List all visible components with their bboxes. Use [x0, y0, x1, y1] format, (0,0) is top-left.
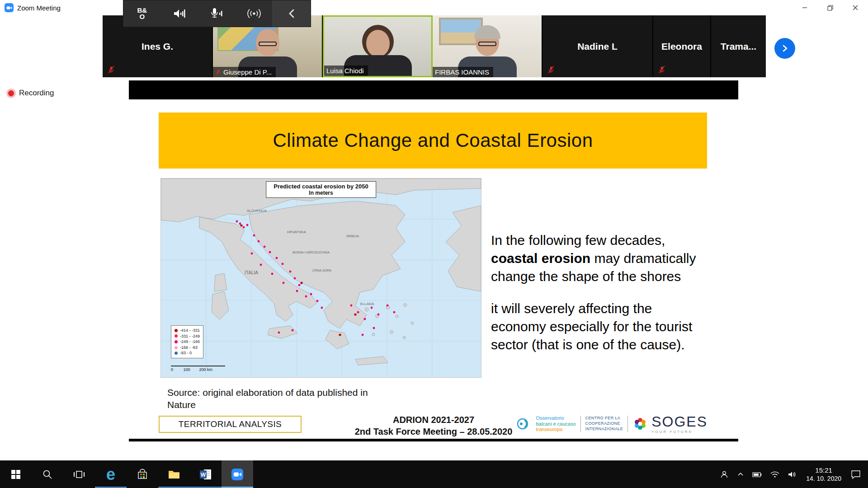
taskbar-zoom-icon[interactable]	[222, 460, 253, 488]
taskbar-word-icon[interactable]: W	[190, 460, 222, 488]
windows-taskbar: e W	[0, 460, 868, 488]
minimize-button[interactable]	[792, 0, 817, 15]
participant-tile-trama[interactable]: Trama...	[711, 15, 766, 77]
legend-swatch	[175, 340, 178, 343]
map-legend: -414 - -331 -331 - -249 -249 - -166 -166…	[171, 325, 203, 358]
recording-indicator: Recording	[8, 89, 54, 98]
recording-label: Recording	[19, 89, 54, 98]
participant-name-label: FIRBAS IOANNIS	[433, 67, 493, 77]
tray-battery-icon[interactable]	[748, 460, 766, 488]
legend-label: -414 - -331	[180, 328, 200, 333]
legend-label: -331 - -249	[180, 333, 200, 339]
start-button[interactable]	[0, 460, 32, 488]
cci-line1: CENTRO PER LA	[585, 416, 623, 421]
slide-title-banner: Climate Change and Coastal Erosion	[159, 113, 707, 169]
map-title-box: Predicted coastal erosion by 2050 In met…	[266, 181, 376, 198]
audio-osd-toolbar: B&O	[123, 0, 311, 27]
soges-logo: SOGES YOUR FUTURE	[632, 414, 708, 434]
map-label-hrvatska: HRVATSKA	[287, 230, 306, 234]
participant-tile-eleonora[interactable]: Eleonora	[653, 15, 711, 77]
task-view-button[interactable]	[63, 460, 95, 488]
search-button[interactable]	[32, 460, 63, 488]
map-label-srbija: SRBIJA	[346, 234, 359, 238]
participant-tile-nadine[interactable]: Nadine L	[542, 15, 653, 77]
source-line1: Source: original elaboration of data pub…	[167, 387, 368, 399]
soges-wordmark-wrap: SOGES YOUR FUTURE	[651, 414, 708, 434]
legend-row: -166 - -83	[175, 345, 200, 351]
slide-title: Climate Change and Coastal Erosion	[273, 130, 593, 151]
taskbar-file-explorer-icon[interactable]	[158, 460, 190, 488]
map-label-slovenija: SLOVENIJA	[247, 209, 267, 213]
scale-line	[171, 366, 225, 366]
event-line2: 2nd Task Force Meeting – 28.05.2020	[355, 426, 513, 437]
map-label-crna-gora: CRNA GORA	[312, 269, 331, 272]
obct-line3: transeuropa	[536, 427, 576, 432]
legend-swatch	[175, 329, 178, 332]
participant-name-label: Luisa Chiodi	[324, 66, 368, 76]
event-footer: ADRION 2021-2027 2nd Task Force Meeting …	[355, 414, 513, 437]
legend-row: -331 - -249	[175, 333, 200, 339]
restore-button[interactable]	[817, 0, 843, 15]
legend-label: -83 - 0	[180, 350, 192, 356]
participant-name: Nadine L	[542, 15, 652, 77]
tray-people-icon[interactable]	[716, 460, 733, 488]
legend-swatch	[175, 346, 178, 349]
next-participants-page-button[interactable]	[774, 38, 795, 59]
event-line1: ADRION 2021-2027	[355, 414, 513, 426]
participant-name: FIRBAS IOANNIS	[435, 68, 489, 76]
territorial-analysis-label: TERRITORIAL ANALYSIS	[179, 419, 282, 429]
desktop: Zoom Meeting Ines G.	[0, 0, 868, 488]
tray-volume-icon[interactable]	[783, 460, 801, 488]
legend-label: -249 - -166	[180, 339, 200, 345]
slide-body-text: In the following few decades, coastal er…	[491, 231, 711, 367]
participant-tile-luisa-active-speaker[interactable]: Luisa Chiodi	[323, 15, 433, 77]
window-controls	[792, 0, 868, 15]
soges-pinwheel-icon	[632, 416, 648, 432]
territorial-analysis-box: TERRITORIAL ANALYSIS	[159, 416, 302, 433]
cci-line2: COOPERAZIONE	[585, 421, 623, 427]
muted-mic-icon	[658, 66, 666, 74]
shared-screen-area: Climate Change and Coastal Erosion	[129, 80, 738, 441]
logo-divider	[580, 416, 581, 432]
recording-dot-icon	[8, 90, 14, 96]
tray-time: 15:21	[806, 466, 841, 475]
map-scale-bar: 0 100 200 km	[171, 366, 225, 372]
map-label-bih: BOSNA I HERCEGOVINA	[292, 251, 330, 254]
bo-logo: B&O	[123, 0, 161, 27]
source-line2: Nature	[167, 399, 368, 411]
legend-label: -166 - -83	[180, 345, 198, 351]
tray-wifi-icon[interactable]	[766, 460, 783, 488]
muted-mic-icon	[107, 66, 115, 74]
paragraph-2: it will severely affecting the economy e…	[491, 300, 711, 354]
map-title-line2: In meters	[274, 190, 368, 196]
p1-before: In the following few decades,	[491, 233, 665, 248]
obct-line2: balcani e caucaso	[536, 421, 576, 427]
participant-name: Giuseppe Di P...	[223, 68, 272, 76]
logo-divider	[627, 416, 628, 432]
footer-logos: Osservatorio balcani e caucaso transeuro…	[515, 411, 708, 436]
tray-show-hidden-icons-chevron[interactable]	[733, 460, 748, 488]
paragraph-1: In the following few decades, coastal er…	[491, 231, 711, 286]
tray-clock[interactable]: 15:21 14. 10. 2020	[801, 466, 847, 483]
speaker-volume-icon[interactable]	[161, 0, 198, 27]
soges-tagline: YOUR FUTURE	[651, 430, 708, 434]
map-graphic: SLOVENIJA HRVATSKA BOSNA I HERCEGOVINA S…	[161, 178, 481, 377]
action-center-button[interactable]	[847, 460, 868, 488]
close-button[interactable]	[843, 0, 868, 15]
legend-row: -83 - 0	[175, 350, 200, 356]
source-note: Source: original elaboration of data pub…	[167, 387, 368, 411]
back-chevron-icon[interactable]	[273, 0, 311, 27]
legend-swatch	[175, 334, 178, 338]
obct-logo-text: Osservatorio balcani e caucaso transeuro…	[536, 415, 576, 432]
broadcast-icon[interactable]	[236, 0, 273, 27]
taskbar-store-icon[interactable]	[127, 460, 158, 488]
glasses	[259, 42, 277, 46]
participant-tile-firbas[interactable]: FIRBAS IOANNIS	[433, 15, 542, 77]
taskbar-edge-icon[interactable]: e	[95, 460, 127, 488]
p1-bold: coastal erosion	[491, 251, 590, 266]
map-title-line1: Predicted coastal erosion by 2050	[274, 183, 368, 190]
microphone-level-icon[interactable]	[198, 0, 236, 27]
participant-name: Trama...	[711, 15, 766, 77]
obct-line1: Osservatorio	[536, 415, 576, 421]
muted-mic-icon	[547, 66, 555, 74]
